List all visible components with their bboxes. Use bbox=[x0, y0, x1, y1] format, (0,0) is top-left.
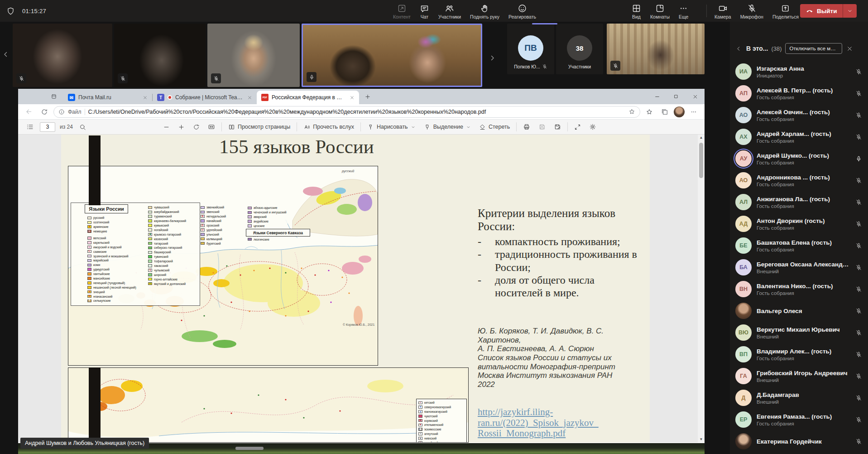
window-minimize-button[interactable] bbox=[647, 89, 667, 104]
participant-row[interactable]: АДАнтон Дворкин (гость)Гость собрания bbox=[730, 213, 868, 235]
tab-close-button[interactable] bbox=[246, 94, 253, 101]
mic-off-icon[interactable] bbox=[854, 112, 863, 119]
pdf-read-aloud-button[interactable]: Прочесть вслух bbox=[302, 122, 356, 132]
link-line[interactable]: Rossii_Monograph.pdf bbox=[478, 428, 646, 439]
participant-row[interactable]: БЕБашкатова Елена (гость)Гость собрания bbox=[730, 235, 868, 256]
leave-button[interactable]: Выйти bbox=[800, 4, 857, 18]
panel-close-button[interactable] bbox=[845, 44, 854, 53]
participant-row[interactable]: БАБереговая Оксана Александро...Внешний bbox=[730, 256, 868, 278]
document-link[interactable]: http://jazykirf.iling-ran.ru/(2022)_Spis… bbox=[478, 407, 646, 439]
pdf-draw-button[interactable]: Нарисовать bbox=[365, 122, 417, 132]
pdf-print-button[interactable] bbox=[521, 121, 532, 132]
pdf-fullscreen-button[interactable] bbox=[572, 122, 583, 132]
pdf-rotate-button[interactable] bbox=[191, 122, 201, 132]
participant-row[interactable]: ВЮВеркутис Михаил ЮрьевичВнешний bbox=[730, 322, 868, 343]
scroll-up-arrow[interactable]: ▲ bbox=[700, 135, 703, 141]
pdf-settings-button[interactable] bbox=[587, 121, 598, 132]
mic-off-icon[interactable] bbox=[854, 242, 863, 249]
mic-off-icon[interactable] bbox=[854, 221, 863, 227]
toolbar-button-view[interactable]: Вид bbox=[627, 0, 646, 22]
tab-close-button[interactable] bbox=[142, 94, 149, 101]
collections-button[interactable] bbox=[658, 106, 671, 118]
active-speaker-video-tile[interactable] bbox=[302, 24, 482, 87]
browser-menu-button[interactable] bbox=[687, 106, 700, 118]
toolbar-button-hand[interactable]: Поднять руку bbox=[465, 0, 504, 22]
pdf-zoom-in-button[interactable] bbox=[176, 122, 187, 132]
mic-off-icon[interactable] bbox=[854, 351, 863, 358]
video-tile[interactable] bbox=[607, 24, 705, 74]
participant-row[interactable]: АХАндрей Харлам... (гость)Гость собрания bbox=[730, 126, 868, 148]
pdf-toc-button[interactable] bbox=[24, 121, 35, 132]
mic-off-icon[interactable] bbox=[854, 90, 863, 97]
horizontal-scrollbar-thumb[interactable] bbox=[235, 447, 264, 450]
mic-off-icon[interactable] bbox=[854, 416, 863, 423]
mic-off-icon[interactable] bbox=[854, 134, 863, 140]
participants-count-tile[interactable]: 38 Участники bbox=[556, 24, 603, 74]
mute-all-button[interactable]: Отключить все мик... bbox=[785, 43, 842, 54]
toolbar-button-rooms[interactable]: Комнаты bbox=[646, 0, 674, 22]
pdf-vertical-scrollbar[interactable]: ▲ ▼ bbox=[698, 135, 705, 443]
scroll-down-arrow[interactable]: ▼ bbox=[700, 436, 703, 443]
filmstrip-prev-button[interactable] bbox=[1, 45, 11, 63]
browser-tab[interactable]: TСобрание | Microsoft Teams bbox=[153, 91, 257, 104]
mic-off-icon[interactable] bbox=[854, 308, 863, 314]
video-tile[interactable] bbox=[207, 24, 300, 87]
mic-off-icon[interactable] bbox=[854, 373, 863, 380]
mic-off-icon[interactable] bbox=[854, 68, 863, 75]
pdf-page-view-button[interactable]: Просмотр страницы bbox=[226, 122, 292, 132]
browser-tab[interactable]: PDFРоссийская Федерация в межд bbox=[257, 91, 359, 104]
mic-off-icon[interactable] bbox=[854, 199, 863, 206]
toolbar-button-micoff[interactable]: Микрофон bbox=[736, 0, 768, 22]
window-maximize-button[interactable] bbox=[667, 89, 686, 104]
pdf-save-as-button[interactable] bbox=[552, 121, 563, 132]
favorites-button[interactable] bbox=[643, 106, 656, 118]
participant-row[interactable]: Вальгер Олеся bbox=[730, 300, 868, 322]
favorite-star-icon[interactable] bbox=[628, 108, 635, 115]
pdf-save-button[interactable] bbox=[537, 121, 547, 132]
mic-off-icon[interactable] bbox=[854, 329, 863, 336]
participant-row[interactable]: АОАндронникова ... (гость)Гость собрания bbox=[730, 169, 868, 191]
toolbar-button-people[interactable]: Участники bbox=[434, 0, 465, 22]
mic-icon[interactable] bbox=[854, 155, 863, 162]
toolbar-button-more[interactable]: Еще bbox=[674, 0, 693, 22]
pdf-zoom-out-button[interactable] bbox=[161, 122, 172, 132]
browser-tab[interactable]: ✉Почта Mail.ru bbox=[63, 91, 152, 104]
participant-row[interactable]: АЛАнжиганова Ла... (гость)Гость собрания bbox=[730, 191, 868, 213]
pdf-erase-button[interactable]: Стереть bbox=[477, 122, 512, 132]
toolbar-button-react[interactable]: Реагировать bbox=[504, 0, 541, 22]
browser-back-button[interactable] bbox=[23, 106, 35, 118]
participant-row[interactable]: АУАндрей Шумко... (гость)Гость собрания bbox=[730, 148, 868, 169]
pdf-page-input[interactable] bbox=[40, 122, 55, 132]
participant-row[interactable]: ГАГрибовский Игорь АндреевичВнешний bbox=[730, 365, 868, 387]
participant-row[interactable]: АОАлексей Овчин... (гость)Гость собрания bbox=[730, 104, 868, 126]
toolbar-button-content[interactable]: Контент bbox=[388, 0, 415, 22]
toolbar-button-share[interactable]: Поделиться bbox=[768, 0, 803, 22]
link-line[interactable]: http://jazykirf.iling- bbox=[478, 407, 646, 418]
participant-avatar-tile[interactable]: ПВ Попков Ю... bbox=[507, 24, 554, 74]
video-tile[interactable] bbox=[114, 24, 206, 87]
panel-back-button[interactable] bbox=[734, 44, 743, 53]
toolbar-button-chat[interactable]: Чат bbox=[415, 0, 434, 22]
participant-row[interactable]: ВНВалентина Нико... (гость)Гость собрани… bbox=[730, 278, 868, 300]
participant-row[interactable]: ВПВладимир Алек... (гость)Гость собрания bbox=[730, 343, 868, 365]
scrollbar-thumb[interactable] bbox=[699, 143, 703, 178]
mic-off-icon[interactable] bbox=[854, 395, 863, 401]
participant-row[interactable]: ДД.БадамгаравВнешний bbox=[730, 387, 868, 409]
tab-close-button[interactable] bbox=[349, 94, 355, 101]
new-tab-button[interactable] bbox=[362, 91, 374, 102]
participant-row[interactable]: ЕРЕвгения Рамаза... (гость)Гость собрани… bbox=[730, 409, 868, 430]
link-line[interactable]: ran.ru/(2022)_Spisok_jazykov_ bbox=[478, 418, 646, 429]
pdf-search-button[interactable] bbox=[77, 122, 88, 132]
tab-actions-button[interactable] bbox=[48, 91, 60, 102]
participant-row[interactable]: ИАИзгарская АннаИнициатор bbox=[730, 61, 868, 82]
pdf-fit-width-button[interactable] bbox=[206, 121, 217, 132]
participant-row[interactable]: АПАлексей В. Петр... (гость)Гость собран… bbox=[730, 82, 868, 104]
mic-off-icon[interactable] bbox=[854, 264, 863, 271]
video-tile[interactable] bbox=[13, 24, 112, 87]
filmstrip-next-button[interactable] bbox=[487, 49, 497, 67]
participant-row[interactable]: Екатерина Гордейчик bbox=[730, 430, 868, 452]
pdf-highlight-button[interactable]: Выделение bbox=[422, 122, 473, 132]
mic-off-icon[interactable] bbox=[854, 177, 863, 184]
browser-profile-avatar[interactable] bbox=[674, 106, 685, 117]
mic-off-icon[interactable] bbox=[854, 286, 863, 293]
